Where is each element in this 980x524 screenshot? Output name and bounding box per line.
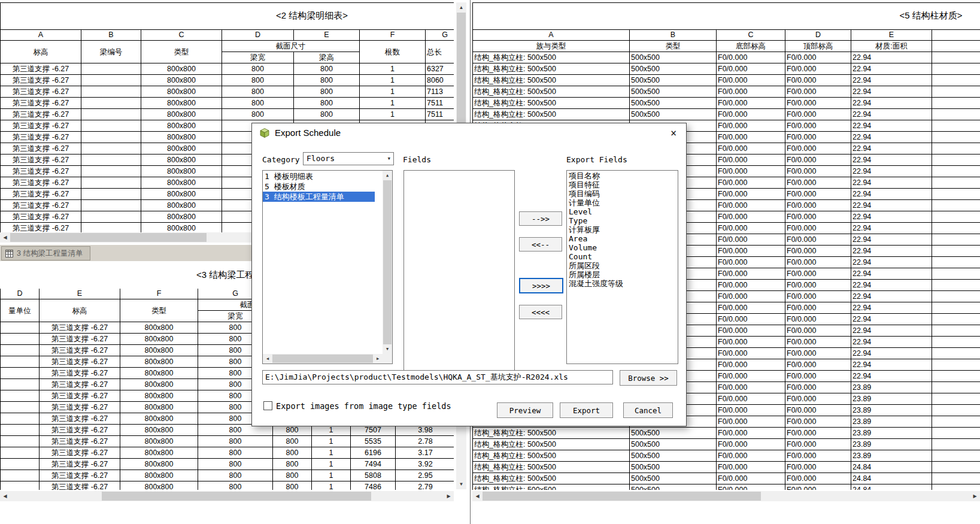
export-field-item[interactable]: 所属楼层 [567, 270, 678, 279]
table-cell: F0/0.000 [717, 337, 785, 348]
tab-beam-quantity-schedule[interactable]: 3 结构梁工程量清单 [1, 246, 90, 261]
column-material-hscrollbar[interactable]: ◀ ▶ [472, 491, 980, 501]
export-field-item[interactable]: Type [567, 216, 678, 225]
preview-button[interactable]: Preview [497, 402, 553, 418]
export-field-item[interactable]: Volume [567, 243, 678, 252]
scroll-left-icon[interactable]: ◀ [0, 491, 10, 501]
table-cell [81, 223, 141, 233]
schedule-list-item[interactable]: 1 楼板明细表 [263, 171, 375, 181]
table-cell: 第三道支撑 -6.27 [1, 155, 81, 166]
scrollbar-thumb[interactable] [383, 180, 392, 344]
table-cell: 2.78 [396, 436, 454, 447]
scrollbar-thumb[interactable] [272, 355, 373, 363]
table-cell: F0/0.000 [717, 86, 785, 98]
table-cell: 22.94 [851, 189, 932, 200]
schedule-list-item[interactable]: 5 楼板材质 [263, 181, 375, 192]
table-cell: 第三道支撑 -6.27 [1, 166, 81, 177]
table-cell: F0/0.000 [717, 291, 785, 302]
export-field-item[interactable]: 项目编码 [567, 189, 678, 198]
add-field-button[interactable]: -->> [519, 211, 562, 226]
add-all-fields-button[interactable]: >>>> [519, 278, 563, 293]
table-cell: 1 [312, 481, 351, 490]
scroll-right-icon[interactable]: ▶ [970, 491, 980, 501]
table-cell: 22.94 [851, 280, 932, 291]
export-field-item[interactable]: Level [567, 207, 678, 216]
scroll-right-icon[interactable]: ▶ [373, 354, 383, 364]
export-path-input[interactable] [262, 370, 613, 384]
table-row: 第三道支撑 -6.27800x80080080017511 [1, 109, 454, 120]
table-cell: F0/0.000 [785, 98, 851, 109]
table-cell: F0/0.000 [785, 63, 851, 75]
table-cell [1, 459, 40, 470]
close-icon[interactable]: × [666, 126, 681, 140]
column-letter: C [141, 30, 222, 41]
export-field-item[interactable]: Count [567, 252, 678, 261]
fields-listbox[interactable] [403, 170, 515, 376]
remove-all-fields-button[interactable]: <<<< [519, 305, 562, 319]
table-cell: F0/0.000 [717, 109, 785, 120]
dialog-titlebar[interactable]: Export Schedule × [252, 123, 686, 142]
table-cell: 22.94 [851, 132, 932, 143]
column-letter-row: A B C D E [473, 30, 980, 41]
table-cell [932, 484, 980, 490]
table-cell [1, 481, 40, 490]
export-field-item[interactable]: 项目名称 [567, 171, 678, 180]
table-cell: 结构_格构立柱: 500x500 [473, 86, 630, 98]
export-button[interactable]: Export [560, 402, 613, 418]
table-cell: F0/0.000 [717, 393, 785, 405]
table-cell: 500x500 [630, 473, 717, 484]
column-letter: F [360, 30, 426, 41]
scrollbar-thumb[interactable] [10, 233, 207, 242]
table-cell [932, 325, 980, 337]
listbox-vscrollbar[interactable]: ▲ ▼ [383, 171, 392, 354]
table-cell: 结构_格构立柱: 500x500 [473, 52, 630, 63]
export-fields-listbox[interactable]: 项目名称项目特征项目编码计量单位LevelType计算板厚AreaVolumeC… [566, 170, 678, 364]
scrollbar-thumb[interactable] [102, 492, 371, 501]
export-field-item[interactable]: 计量单位 [567, 198, 678, 207]
scrollbar-thumb[interactable] [483, 492, 761, 501]
category-dropdown[interactable]: Floors ▾ [303, 152, 394, 165]
table-cell [932, 393, 980, 405]
browse-button[interactable]: Browse >> [620, 370, 677, 386]
scroll-right-icon[interactable]: ▶ [444, 491, 454, 501]
schedule-list-item[interactable]: 3 结构楼板工程量清单 [263, 192, 375, 202]
scroll-up-icon[interactable]: ▲ [456, 2, 466, 13]
remove-field-button[interactable]: <<-- [519, 237, 562, 252]
table-cell [932, 223, 980, 234]
table-cell: F0/0.000 [717, 234, 785, 246]
table-cell: 800 [198, 459, 273, 470]
category-value: Floors [307, 153, 335, 165]
table-cell: 第三道支撑 -6.27 [40, 402, 120, 413]
table-cell: F0/0.000 [785, 439, 851, 450]
scroll-down-icon[interactable]: ▼ [383, 344, 392, 354]
table-cell: F0/0.000 [785, 166, 851, 177]
export-field-item[interactable]: 项目特征 [567, 180, 678, 189]
export-field-item[interactable]: Area [567, 234, 678, 243]
table-cell [932, 416, 980, 428]
table-cell [932, 439, 980, 450]
scroll-up-icon[interactable]: ▲ [383, 171, 392, 180]
scroll-left-icon[interactable]: ◀ [0, 232, 10, 243]
export-field-item[interactable]: 计算板厚 [567, 225, 678, 234]
table-cell: 22.94 [851, 166, 932, 177]
schedule-listbox[interactable]: 1 楼板明细表5 楼板材质3 结构楼板工程量清单 ▲ ▼ ◀ ▶ [262, 170, 393, 364]
table-cell: 22.94 [851, 246, 932, 257]
table-cell: 24.84 [851, 473, 932, 484]
beam-quantity-hscrollbar[interactable]: ◀ ▶ [0, 491, 454, 501]
listbox-hscrollbar[interactable]: ◀ ▶ [263, 354, 383, 364]
table-cell [1, 436, 40, 447]
scroll-left-icon[interactable]: ◀ [472, 491, 483, 501]
export-field-item[interactable]: 混凝土强度等级 [567, 279, 678, 288]
table-cell: 结构_格构立柱: 500x500 [473, 439, 630, 450]
cancel-button[interactable]: Cancel [623, 402, 673, 418]
table-cell [932, 132, 980, 143]
scroll-down-icon[interactable]: ▼ [456, 479, 466, 489]
table-cell [932, 371, 980, 382]
table-cell: 22.94 [851, 86, 932, 98]
export-images-checkbox[interactable] [263, 401, 272, 410]
scroll-left-icon[interactable]: ◀ [263, 354, 272, 364]
export-field-item[interactable]: 所属区段 [567, 261, 678, 270]
table-cell: 22.94 [851, 223, 932, 234]
table-cell: 24.84 [851, 462, 932, 473]
table-cell [932, 120, 980, 132]
